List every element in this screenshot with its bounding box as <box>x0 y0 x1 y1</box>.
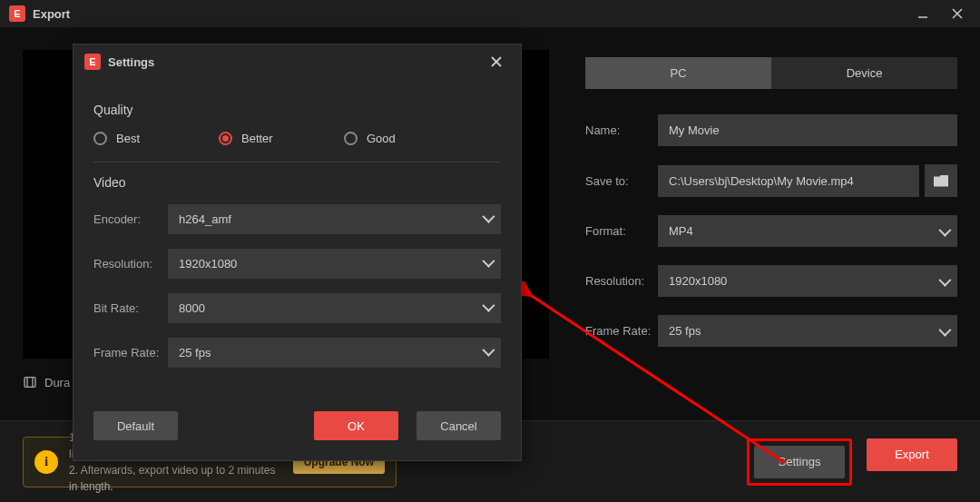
settings-framerate-value[interactable] <box>168 338 501 368</box>
format-value[interactable] <box>658 215 957 247</box>
framerate-label: Frame Rate: <box>585 324 658 338</box>
bitrate-value[interactable] <box>168 293 501 323</box>
settings-resolution-label: Resolution: <box>93 257 168 271</box>
settings-button[interactable]: Settings <box>754 446 845 478</box>
settings-resolution-select[interactable] <box>168 249 501 279</box>
app-icon: E <box>84 54 101 70</box>
tip-line-2: 2. Afterwards, export video up to 2 minu… <box>69 462 282 495</box>
film-icon <box>23 375 37 389</box>
quality-better-label: Better <box>241 132 273 145</box>
window-title: Export <box>33 7 70 21</box>
info-icon: i <box>34 450 58 474</box>
framerate-select[interactable] <box>658 315 957 347</box>
name-label: Name: <box>585 123 658 137</box>
browse-button[interactable] <box>925 164 957 197</box>
tab-pc[interactable]: PC <box>585 57 771 89</box>
ok-button[interactable]: OK <box>314 411 398 440</box>
dialog-close-button[interactable] <box>483 48 510 75</box>
resolution-value[interactable] <box>658 265 957 297</box>
video-section-title: Video <box>93 175 501 190</box>
quality-good-radio[interactable]: Good <box>344 132 469 145</box>
dialog-title: Settings <box>108 55 154 69</box>
settings-framerate-label: Frame Rate: <box>93 346 168 359</box>
minimize-button[interactable] <box>909 0 936 27</box>
encoder-label: Encoder: <box>93 212 168 226</box>
name-input[interactable] <box>658 114 957 146</box>
duration-text: Dura <box>44 376 70 389</box>
default-button[interactable]: Default <box>93 411 178 440</box>
bitrate-label: Bit Rate: <box>93 301 168 315</box>
resolution-select[interactable] <box>658 265 957 297</box>
saveto-input[interactable] <box>658 165 919 197</box>
quality-best-label: Best <box>116 132 140 145</box>
app-icon: E <box>9 5 25 22</box>
folder-icon <box>934 175 948 187</box>
bitrate-select[interactable] <box>168 293 501 323</box>
radio-icon <box>219 132 232 145</box>
close-button[interactable] <box>944 0 971 27</box>
resolution-label: Resolution: <box>585 274 658 288</box>
quality-better-radio[interactable]: Better <box>219 132 344 145</box>
settings-framerate-select[interactable] <box>168 338 501 368</box>
export-form: PC Device Name: Save to: Format: Resolut… <box>585 50 957 418</box>
svg-rect-3 <box>24 378 35 388</box>
quality-best-radio[interactable]: Best <box>93 132 219 145</box>
saveto-label: Save to: <box>585 174 658 188</box>
tab-device[interactable]: Device <box>771 57 957 89</box>
format-select[interactable] <box>658 215 957 247</box>
settings-dialog: E Settings Quality Best Better Good Vide… <box>73 44 522 461</box>
encoder-select[interactable] <box>168 204 501 234</box>
radio-icon <box>93 132 107 145</box>
title-bar: E Export <box>0 0 980 27</box>
annotation-highlight: Settings <box>747 438 852 486</box>
cancel-button[interactable]: Cancel <box>416 411 501 440</box>
radio-icon <box>344 132 358 145</box>
export-button[interactable]: Export <box>867 438 957 471</box>
format-label: Format: <box>585 224 658 238</box>
quality-good-label: Good <box>367 132 396 145</box>
quality-section-title: Quality <box>93 103 501 117</box>
framerate-value[interactable] <box>658 315 957 347</box>
encoder-value[interactable] <box>168 204 501 234</box>
settings-resolution-value[interactable] <box>168 249 501 279</box>
